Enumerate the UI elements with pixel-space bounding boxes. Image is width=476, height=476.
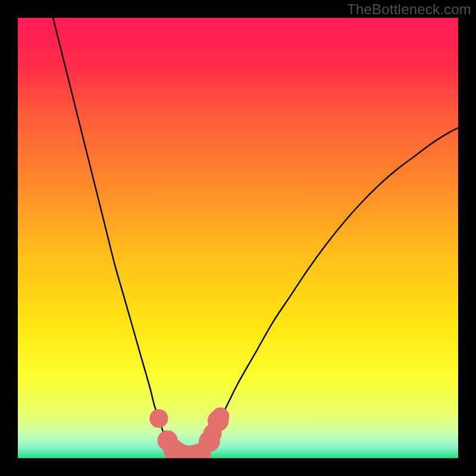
plot-area — [18, 18, 458, 458]
marker-dot — [149, 409, 168, 428]
chart-frame: TheBottleneck.com — [0, 0, 476, 476]
gradient-background — [18, 18, 458, 458]
bottleneck-chart — [18, 18, 458, 458]
marker-dot — [212, 408, 230, 425]
watermark-text: TheBottleneck.com — [347, 1, 471, 18]
